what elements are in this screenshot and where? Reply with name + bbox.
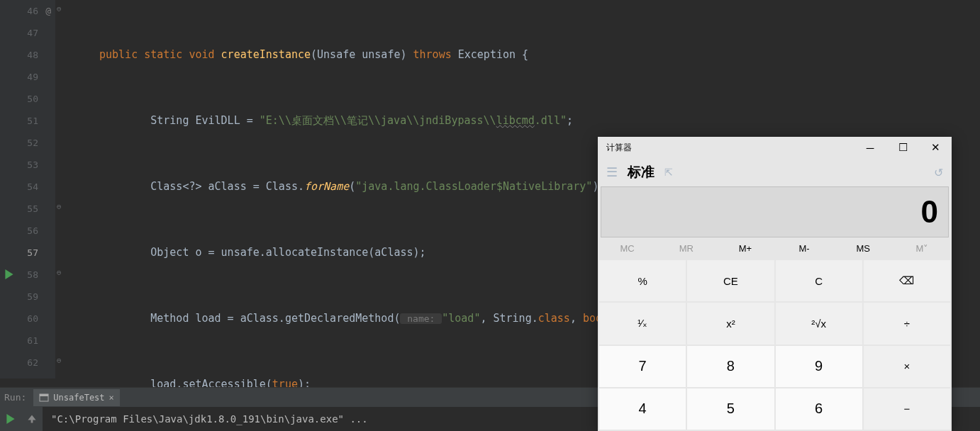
- calc-btn-4[interactable]: 4: [599, 388, 686, 430]
- pin-icon[interactable]: ⇱: [664, 167, 673, 178]
- fold-column: ⊖ ⊖ ⊖ ⊖: [55, 0, 71, 379]
- window-buttons: ─ ☐ ✕: [854, 137, 952, 158]
- calc-grid: % CE C ⌫ ¹⁄ₓ x² ²√x ÷ 7 8 9 × 4 5 6 −: [598, 259, 952, 431]
- line-number: 52: [27, 138, 38, 148]
- run-tab-name: UnsafeTest: [53, 393, 104, 403]
- calc-memory-row: MC MR M+ M- MS M˅: [598, 237, 952, 259]
- calc-display: 0: [601, 186, 949, 237]
- mem-mc: MC: [598, 237, 657, 259]
- code-token: "load": [442, 312, 480, 325]
- mem-mr: MR: [657, 237, 715, 259]
- calc-btn-6[interactable]: 6: [776, 388, 862, 430]
- close-button[interactable]: ✕: [919, 137, 952, 158]
- run-gutter-icon[interactable]: [4, 269, 14, 279]
- code-token: forName: [304, 180, 349, 193]
- mem-mplus[interactable]: M+: [715, 237, 774, 259]
- svg-rect-1: [40, 394, 48, 396]
- run-label: Run:: [0, 392, 33, 403]
- line-number: 57: [27, 247, 38, 258]
- calculator-window[interactable]: 计算器 ─ ☐ ✕ ☰ 标准 ⇱ ↺ 0 MC MR M+ M- MS M˅ %…: [598, 137, 952, 431]
- fold-icon[interactable]: ⊖: [57, 202, 62, 211]
- code-token: "E:\\桌面文档\\笔记\\java\\jndiBypass\\: [260, 114, 496, 127]
- line-number: 62: [27, 357, 38, 368]
- calc-btn-ce[interactable]: CE: [687, 260, 774, 301]
- fold-icon[interactable]: ⊖: [57, 268, 62, 277]
- gutter: 46@ 47 48 49 50 51 52 53 54 55 56 57 58 …: [0, 0, 55, 379]
- calc-btn-7[interactable]: 7: [599, 346, 686, 387]
- run-tab[interactable]: UnsafeTest ×: [33, 389, 119, 406]
- minimize-button[interactable]: ─: [854, 137, 886, 158]
- up-icon[interactable]: [27, 414, 37, 424]
- code-token: "java.lang.ClassLoader$NativeLibrary": [355, 180, 592, 193]
- calc-titlebar[interactable]: 计算器 ─ ☐ ✕: [598, 137, 952, 158]
- param-hint: name:: [400, 313, 442, 324]
- line-number: 54: [27, 181, 38, 192]
- console-tools: [0, 407, 43, 431]
- calc-btn-percent[interactable]: %: [599, 260, 686, 301]
- mem-ms[interactable]: MS: [834, 237, 893, 259]
- calc-btn-minus[interactable]: −: [864, 388, 950, 430]
- mem-mv: M˅: [893, 237, 952, 259]
- maximize-button[interactable]: ☐: [886, 137, 919, 158]
- code-token: , String.: [480, 312, 538, 325]
- code-token: Class<?> aClass = Class.: [99, 180, 304, 193]
- calc-mode-bar: ☰ 标准 ⇱ ↺: [598, 158, 952, 186]
- calc-display-value: 0: [921, 194, 938, 230]
- calc-mode-label: 标准: [628, 163, 655, 181]
- calc-btn-square[interactable]: x²: [687, 303, 774, 344]
- fold-icon[interactable]: ⊖: [57, 4, 62, 13]
- close-tab-icon[interactable]: ×: [109, 393, 114, 403]
- calc-btn-multiply[interactable]: ×: [864, 346, 950, 387]
- calc-title: 计算器: [606, 142, 632, 154]
- calc-btn-9[interactable]: 9: [776, 346, 862, 387]
- line-number: 61: [27, 335, 38, 346]
- line-number: 50: [27, 94, 38, 104]
- code-token: ,: [570, 312, 583, 325]
- calc-btn-8[interactable]: 8: [687, 346, 774, 387]
- line-number: 58: [27, 269, 38, 280]
- code-token: (: [349, 180, 355, 193]
- annotation-marker: @: [45, 0, 51, 22]
- calc-btn-5[interactable]: 5: [687, 388, 774, 430]
- line-number: 59: [27, 291, 38, 302]
- fold-icon[interactable]: ⊖: [57, 356, 62, 365]
- console-output[interactable]: "C:\Program Files\Java\jdk1.8.0_191\bin\…: [43, 413, 368, 425]
- code-token: String EvilDLL =: [99, 114, 260, 127]
- line-number: 47: [27, 28, 38, 38]
- run-config-icon: [39, 393, 49, 403]
- line-number: 46: [27, 6, 38, 16]
- calc-btn-reciprocal[interactable]: ¹⁄ₓ: [599, 303, 686, 344]
- code-token: Exception {: [452, 48, 528, 61]
- code-token: createInstance: [221, 48, 311, 61]
- code-token: Object o = unsafe.allocateInstance(aClas…: [99, 246, 426, 259]
- code-token: class: [538, 312, 570, 325]
- code-token: (Unsafe unsafe): [311, 48, 406, 61]
- line-number: 55: [27, 203, 38, 214]
- code-token: Method load = aClass.getDeclaredMethod(: [99, 312, 400, 325]
- code-token: public static void: [99, 48, 215, 61]
- line-number: 51: [27, 116, 38, 126]
- calc-btn-c[interactable]: C: [776, 260, 862, 301]
- line-number: 53: [27, 159, 38, 170]
- calc-btn-divide[interactable]: ÷: [864, 303, 950, 344]
- calc-btn-backspace[interactable]: ⌫: [864, 260, 950, 301]
- line-number: 60: [27, 313, 38, 324]
- code-token: ;: [567, 114, 573, 127]
- rerun-icon[interactable]: [6, 414, 16, 424]
- calc-btn-sqrt[interactable]: ²√x: [776, 303, 862, 344]
- mem-mminus[interactable]: M-: [775, 237, 834, 259]
- code-token: .dll": [535, 114, 567, 127]
- history-icon[interactable]: ↺: [934, 166, 943, 179]
- code-token: throws: [413, 48, 452, 61]
- line-number: 56: [27, 225, 38, 236]
- line-number: 49: [27, 72, 38, 82]
- hamburger-icon[interactable]: ☰: [606, 164, 618, 180]
- line-number: 48: [27, 50, 38, 60]
- code-token: libcmd: [496, 114, 535, 127]
